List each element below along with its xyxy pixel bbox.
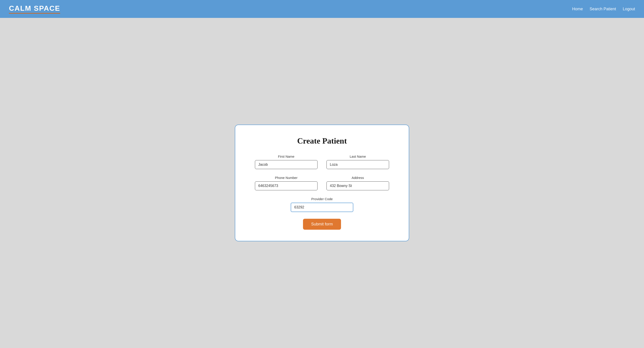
name-row: First Name Last Name bbox=[249, 154, 395, 169]
last-name-input[interactable] bbox=[326, 160, 389, 169]
first-name-input[interactable] bbox=[255, 160, 318, 169]
logo-text: CALM SPACE bbox=[9, 4, 60, 12]
nav-links: Home Search Patient Logout bbox=[572, 7, 635, 12]
nav-home[interactable]: Home bbox=[572, 7, 583, 12]
nav-logout[interactable]: Logout bbox=[623, 7, 635, 12]
address-label: Address bbox=[326, 176, 389, 180]
last-name-group: Last Name bbox=[326, 154, 389, 169]
provider-code-group: Provider Code bbox=[249, 197, 395, 212]
provider-code-input[interactable] bbox=[291, 203, 353, 212]
last-name-label: Last Name bbox=[326, 154, 389, 158]
nav-search-patient[interactable]: Search Patient bbox=[590, 7, 616, 12]
logo-underline bbox=[9, 13, 60, 14]
phone-number-label: Phone Number bbox=[255, 176, 318, 180]
main-content: Create Patient First Name Last Name Phon… bbox=[0, 18, 644, 348]
address-input[interactable] bbox=[326, 182, 389, 190]
header: CALM SPACE Home Search Patient Logout bbox=[0, 0, 644, 18]
form-title: Create Patient bbox=[249, 136, 395, 146]
form-card: Create Patient First Name Last Name Phon… bbox=[235, 124, 409, 241]
phone-number-group: Phone Number bbox=[255, 176, 318, 190]
submit-button[interactable]: Submit form bbox=[303, 219, 341, 230]
logo-area: CALM SPACE bbox=[9, 4, 60, 14]
first-name-label: First Name bbox=[255, 154, 318, 158]
first-name-group: First Name bbox=[255, 154, 318, 169]
provider-code-label: Provider Code bbox=[311, 197, 333, 201]
phone-address-row: Phone Number Address bbox=[249, 176, 395, 190]
phone-number-input[interactable] bbox=[255, 182, 318, 190]
address-group: Address bbox=[326, 176, 389, 190]
